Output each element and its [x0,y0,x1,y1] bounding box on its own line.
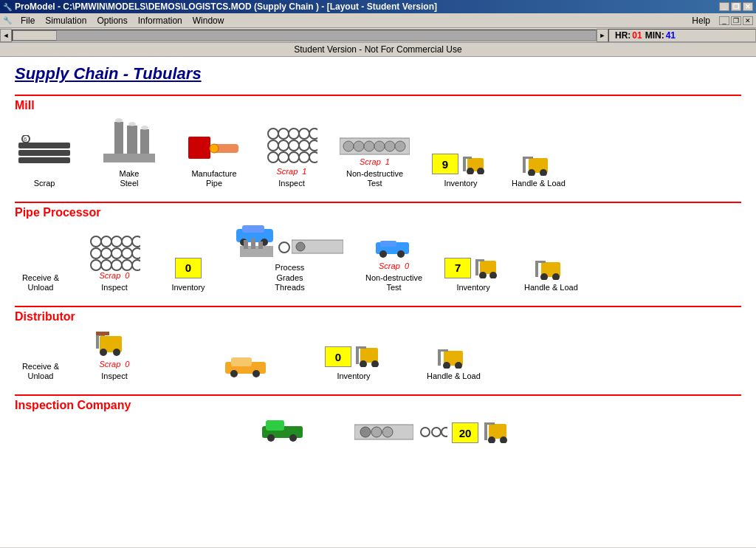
svg-point-32 [354,141,364,151]
handle-load-pp-label: Handle & Load [524,283,578,292]
menu-help[interactable]: Help [687,15,715,27]
nd-test-pp-label: Non-destructiveTest [365,273,422,292]
svg-point-112 [360,427,371,437]
svg-point-75 [379,250,387,258]
svg-rect-81 [475,259,484,261]
svg-point-29 [309,152,317,162]
inspect-mill-icon [266,126,317,167]
inventory-pp-label: Inventory [456,283,489,292]
svg-point-26 [278,152,289,162]
station-inventory-mill: 9 Inventory [432,149,489,188]
station-handle-load-mill: Handle & Load [512,151,566,188]
make-steel-icon [96,118,162,166]
window-restore-inner[interactable]: ❐ [731,16,741,25]
svg-point-114 [382,427,393,437]
svg-point-56 [132,248,140,258]
restore-button[interactable]: ❐ [731,2,741,11]
svg-rect-108 [266,420,284,431]
distributor-row: Receive &Unload Scrap 0 Inspect [15,329,741,387]
process-grades-label: ProcessGradesThreads [275,263,304,292]
svg-rect-67 [244,240,248,249]
scrap-icon: 6 [15,135,74,176]
station-inspect-mill: Scrap 1 Inspect [266,126,317,188]
window-title: ProModel - C:\PMWIN\MODELS\DEMOS\LOGISTC… [15,1,437,12]
svg-point-110 [289,434,297,442]
menu-window[interactable]: Window [188,15,229,27]
inventory-mill-box: 9 [432,154,458,174]
svg-point-25 [268,152,278,162]
station-nd-test-pp: Scrap 0 Non-destructiveTest [365,241,422,292]
svg-rect-8 [103,154,155,162]
menu-file[interactable]: File [16,15,39,27]
svg-point-72 [296,242,305,251]
svg-point-57 [91,260,101,270]
manufacture-pipe-icon [185,126,244,166]
svg-rect-86 [535,261,546,263]
title-bar: 🔧 ProModel - C:\PMWIN\MODELS\DEMOS\LOGIS… [0,0,756,13]
svg-rect-80 [475,259,478,275]
inventory-company-box: 20 [452,422,478,443]
hr-label: HR: [615,30,630,41]
svg-point-60 [122,260,132,270]
window-close-inner[interactable]: ✕ [743,16,753,25]
svg-rect-63 [242,225,264,233]
ndt-company-circles-icon [418,421,447,443]
inventory-pp-box: 0 [175,258,202,278]
scroll-thumb[interactable] [13,30,57,41]
section-inspection-company: Inspection Company [15,394,741,459]
svg-point-55 [122,248,132,258]
scroll-track[interactable] [12,30,597,41]
svg-rect-118 [489,424,506,439]
inspect-pp-scrap: Scrap 0 [100,271,130,280]
svg-point-28 [299,152,309,162]
svg-rect-85 [535,261,538,277]
menu-bar: 🔧 File Simulation Options Information Wi… [0,13,756,28]
section-title-pipe-processor: Pipe Processor [15,206,741,219]
station-inventory-dist: 0 Inventory [325,342,382,381]
minimize-button[interactable]: _ [719,2,729,11]
station-inspect-dist: Scrap 0 Inspect [89,330,140,381]
green-vehicle-icon [262,419,306,445]
close-button[interactable]: ✕ [743,2,753,11]
scroll-right-button[interactable]: ► [597,29,608,42]
process-grades-icon [236,225,277,258]
svg-point-17 [289,129,299,139]
menu-options[interactable]: Options [92,15,131,27]
process-grades-circle [278,225,290,258]
inspect-mill-label: Inspect [278,179,304,188]
svg-point-11 [141,126,148,130]
svg-rect-69 [258,242,263,249]
app-icon: 🔧 [3,3,12,11]
station-inspect-pp: Scrap 0 Inspect [89,234,140,292]
menu-information[interactable]: Information [134,15,187,27]
window-minimize-inner[interactable]: _ [719,16,729,25]
svg-point-47 [91,236,101,247]
menu-simulation[interactable]: Simulation [41,15,91,27]
title-bar-controls[interactable]: _ ❐ ✕ [719,2,753,11]
svg-point-95 [230,370,238,377]
forklift-mill-icon [461,149,489,174]
student-notice: Student Version - Not For Commercial Use [0,43,756,57]
svg-rect-92 [96,332,109,335]
svg-point-51 [132,236,140,247]
nd-test-mill-scrap: Scrap 1 [360,157,390,166]
min-label: MIN: [645,30,664,41]
svg-point-76 [397,250,405,258]
svg-point-58 [101,260,111,270]
svg-rect-101 [356,346,366,349]
svg-rect-7 [140,129,149,155]
svg-point-18 [299,129,309,139]
inventory-mill-label: Inventory [444,179,477,188]
station-make-steel: MakeSteel [96,118,162,188]
svg-point-53 [101,248,111,258]
inspect-pp-label: Inspect [101,283,127,292]
manufacture-pipe-label: ManufacturePipe [191,169,236,188]
main-content: Supply Chain - Tubulars Mill 6 Scrap [0,57,756,547]
svg-point-61 [132,260,140,270]
svg-rect-41 [463,157,472,159]
svg-point-91 [113,349,120,356]
inventory-pp-small-label: Inventory [171,283,205,292]
inspection-company-row: 20 [15,418,741,459]
station-process-grades: ProcessGradesThreads [236,225,343,292]
scroll-left-button[interactable]: ◄ [0,29,12,42]
